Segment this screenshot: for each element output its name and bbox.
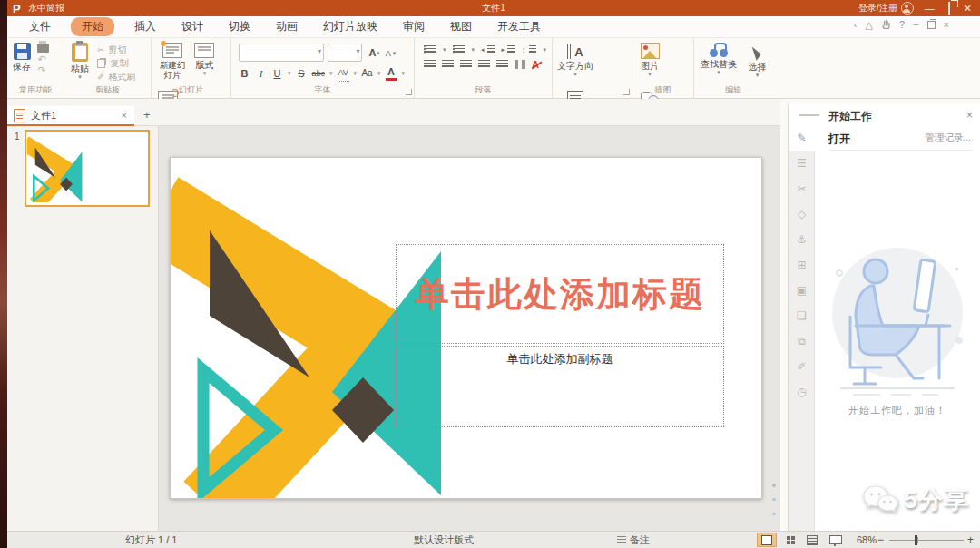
text-effects-button[interactable]: A bbox=[532, 59, 539, 70]
font-color-dropdown-icon[interactable]: ▾ bbox=[402, 70, 406, 77]
zoom-in-button[interactable]: + bbox=[967, 533, 974, 547]
menu-transitions[interactable]: 切换 bbox=[223, 17, 256, 36]
menu-view[interactable]: 视图 bbox=[445, 17, 477, 36]
grid-view-button[interactable] bbox=[780, 533, 800, 547]
underline-button[interactable]: U bbox=[271, 65, 283, 82]
slideshow-button[interactable] bbox=[826, 533, 846, 547]
indent-decrease-icon[interactable]: ◂ bbox=[481, 46, 485, 54]
change-case-button[interactable]: Aa bbox=[361, 65, 373, 82]
tab-close-icon[interactable]: × bbox=[122, 110, 127, 121]
cut-button[interactable]: ✂ 剪切 bbox=[95, 44, 135, 56]
pane-drag-handle[interactable] bbox=[799, 114, 819, 116]
menu-animations[interactable]: 动画 bbox=[270, 17, 303, 36]
vertical-scrollbar[interactable]: « » bbox=[769, 126, 779, 531]
anchor-icon[interactable]: ⚓ bbox=[789, 227, 815, 252]
close-button[interactable]: ✕ bbox=[961, 0, 975, 16]
zoom-slider-thumb[interactable] bbox=[915, 535, 917, 545]
spacing-dropdown-icon[interactable]: ▾ bbox=[354, 70, 358, 77]
clipboard-icon[interactable]: ❏ bbox=[789, 303, 815, 328]
title-placeholder[interactable]: 单击此处添加标题 bbox=[396, 244, 724, 344]
justify-button[interactable] bbox=[478, 60, 490, 69]
menu-design[interactable]: 设计 bbox=[176, 17, 209, 36]
home-icon[interactable]: △ bbox=[866, 18, 873, 31]
dialog-launcher-icon[interactable] bbox=[406, 89, 412, 95]
indent-increase-icon[interactable]: ▸ bbox=[502, 46, 505, 54]
slide-thumbnail[interactable] bbox=[24, 130, 150, 207]
document-tab[interactable]: 文件1 × bbox=[7, 106, 134, 126]
underline-dropdown-icon[interactable]: ▾ bbox=[288, 70, 291, 77]
copy-pages-icon[interactable]: ⧉ bbox=[789, 328, 815, 354]
paste-button[interactable]: 粘贴 ▾ bbox=[71, 38, 89, 86]
login-register-button[interactable]: 登录/注册 bbox=[858, 2, 914, 15]
subtitle-placeholder[interactable]: 单击此处添加副标题 bbox=[396, 346, 724, 427]
compose-icon[interactable]: ✐ bbox=[789, 354, 815, 379]
align-left-button[interactable] bbox=[424, 60, 436, 69]
previous-slide-icon[interactable]: « bbox=[769, 494, 779, 505]
numbering-dropdown-icon[interactable]: ▾ bbox=[471, 46, 475, 54]
bold-button[interactable]: B bbox=[239, 65, 250, 82]
pen-icon[interactable]: ✎ bbox=[789, 125, 815, 151]
new-slide-button[interactable]: 新建幻灯片 bbox=[156, 38, 189, 86]
zoom-out-button[interactable]: − bbox=[877, 533, 884, 547]
restore-button[interactable] bbox=[946, 0, 953, 16]
open-link[interactable]: 打开 bbox=[828, 132, 850, 145]
scrollbar-thumb[interactable] bbox=[772, 484, 776, 487]
image-box-icon[interactable]: ▣ bbox=[789, 278, 815, 303]
close-doc-icon[interactable]: × bbox=[944, 18, 949, 31]
menu-review[interactable]: 审阅 bbox=[397, 17, 430, 36]
line-spacing-button[interactable] bbox=[529, 45, 537, 54]
distribute-button[interactable] bbox=[496, 60, 508, 69]
restore-doc-icon[interactable] bbox=[927, 21, 936, 29]
minimize-button[interactable]: — bbox=[922, 0, 937, 16]
undo-icon[interactable]: ↶ bbox=[37, 54, 49, 64]
menu-file[interactable]: 文件 bbox=[24, 17, 56, 36]
slide-canvas[interactable]: 单击此处添加标题 单击此处添加副标题 bbox=[170, 157, 762, 499]
scissors-icon[interactable]: ✂ bbox=[789, 176, 815, 201]
indent-increase-button[interactable] bbox=[507, 45, 515, 54]
font-size-combobox[interactable] bbox=[328, 44, 362, 62]
menu-insert[interactable]: 插入 bbox=[129, 17, 162, 36]
history-icon[interactable]: ◷ bbox=[789, 379, 815, 405]
align-right-button[interactable] bbox=[460, 60, 472, 69]
help-icon[interactable]: ? bbox=[899, 18, 905, 31]
text-direction-button[interactable]: A 文字方向 ▾ bbox=[556, 38, 594, 86]
font-color-button[interactable]: A bbox=[386, 66, 397, 81]
normal-view-button[interactable] bbox=[757, 533, 777, 547]
clear-format-button[interactable]: abc bbox=[312, 65, 326, 82]
clear-dropdown-icon[interactable]: ▾ bbox=[329, 70, 333, 77]
increase-font-button[interactable]: A▲ bbox=[367, 44, 378, 61]
notes-button[interactable]: 备注 bbox=[617, 533, 650, 547]
new-tab-button[interactable]: + bbox=[143, 108, 151, 122]
manage-records-link[interactable]: 管理记录... bbox=[925, 132, 971, 144]
touch-mode-icon[interactable] bbox=[881, 19, 891, 30]
italic-button[interactable]: I bbox=[255, 65, 267, 82]
indent-decrease-button[interactable] bbox=[487, 45, 495, 54]
font-name-combobox[interactable] bbox=[239, 44, 324, 62]
copy-button[interactable]: 复制 bbox=[95, 57, 135, 70]
char-spacing-button[interactable]: AV bbox=[338, 64, 349, 82]
zoom-slider-track[interactable] bbox=[889, 540, 964, 541]
align-center-button[interactable] bbox=[442, 60, 454, 69]
menu-slideshow[interactable]: 幻灯片放映 bbox=[318, 17, 383, 36]
line-spacing-dropdown-icon[interactable]: ▾ bbox=[543, 46, 546, 54]
bullets-button[interactable] bbox=[424, 45, 436, 54]
columns-button[interactable] bbox=[514, 60, 525, 69]
select-button[interactable]: 选择 ▾ bbox=[743, 38, 770, 86]
sliders-icon[interactable]: ☰ bbox=[789, 151, 815, 176]
print-icon[interactable] bbox=[37, 44, 49, 53]
menu-home[interactable]: 开始 bbox=[71, 17, 114, 36]
line-spacing-icon[interactable]: ↕ bbox=[522, 45, 526, 54]
save-button[interactable]: 保存 bbox=[13, 38, 31, 86]
layout-button[interactable]: 版式 ▾ bbox=[192, 38, 216, 86]
back-icon[interactable]: ‹ bbox=[854, 18, 858, 31]
minimize-ribbon-icon[interactable]: − bbox=[913, 18, 918, 31]
decrease-font-button[interactable]: A▼ bbox=[382, 45, 394, 62]
apps-grid-icon[interactable]: ⊞ bbox=[789, 252, 815, 278]
format-painter-button[interactable]: ✐ 格式刷 bbox=[95, 71, 135, 83]
picture-button[interactable]: 图片 ▾ bbox=[636, 38, 663, 86]
next-slide-icon[interactable]: » bbox=[769, 509, 779, 520]
find-replace-button[interactable]: 查找替换 ▾ bbox=[698, 38, 740, 86]
dialog-launcher-icon[interactable] bbox=[623, 89, 630, 95]
tag-icon[interactable]: ◇ bbox=[789, 201, 815, 227]
task-pane-close-icon[interactable]: × bbox=[966, 109, 973, 122]
